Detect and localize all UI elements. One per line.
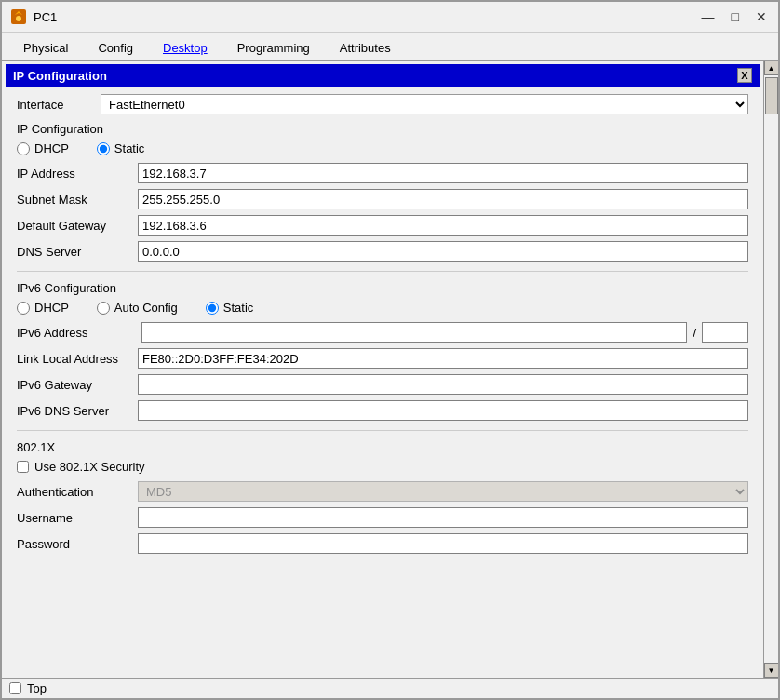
dhcp-label: DHCP (34, 141, 69, 155)
ip-address-input[interactable] (138, 163, 748, 183)
ipv6-gateway-row: IPv6 Gateway (17, 374, 748, 395)
ipv6-dns-row: IPv6 DNS Server (17, 400, 748, 421)
ipv6-static-label: Static (223, 301, 254, 315)
app-icon (9, 7, 28, 26)
svg-point-2 (16, 16, 21, 21)
ip-address-label: IP Address (17, 167, 138, 181)
ipv6-radio-row: DHCP Auto Config Static (17, 301, 748, 315)
ip-config-header: IP Configuration X (6, 64, 760, 87)
ipv6-dhcp-option[interactable]: DHCP (17, 301, 69, 315)
interface-row: Interface FastEthernet0 (17, 94, 748, 114)
interface-label: Interface (17, 98, 91, 112)
use-security-checkbox[interactable] (17, 461, 29, 473)
ip-config-title: IP Configuration (13, 69, 107, 83)
ipv6-section-label: IPv6 Configuration (17, 281, 748, 295)
ipv6-dns-label: IPv6 DNS Server (17, 404, 138, 418)
username-label: Username (17, 511, 138, 525)
ipv6-autoconfig-radio[interactable] (97, 302, 110, 315)
dns-server-label: DNS Server (17, 245, 138, 259)
ipv6-autoconfig-option[interactable]: Auto Config (97, 301, 178, 315)
title-controls: — □ ✕ (698, 9, 771, 24)
username-row: Username (17, 507, 748, 528)
top-label: Top (27, 681, 47, 695)
scroll-up-button[interactable]: ▲ (764, 61, 779, 75)
top-checkbox[interactable] (9, 682, 21, 694)
close-button[interactable]: ✕ (752, 9, 771, 24)
tab-bar: Physical Config Desktop Programming Attr… (2, 33, 778, 61)
ipv4-section-label: IP Configuration (17, 122, 748, 136)
bottom-bar: Top (2, 678, 778, 698)
tab-attributes[interactable]: Attributes (326, 36, 405, 60)
dns-server-row: DNS Server (17, 241, 748, 262)
tab-programming[interactable]: Programming (223, 36, 324, 60)
authentication-row: Authentication MD5 (17, 481, 748, 502)
ipv6-autoconfig-label: Auto Config (114, 301, 178, 315)
main-window: PC1 — □ ✕ Physical Config Desktop Progra… (0, 0, 780, 700)
dns-server-input[interactable] (138, 241, 748, 262)
default-gateway-label: Default Gateway (17, 219, 138, 233)
link-local-label: Link Local Address (17, 352, 138, 366)
ipv6-dns-input[interactable] (138, 400, 748, 421)
dhcp-radio-option[interactable]: DHCP (17, 141, 69, 155)
window-title: PC1 (34, 10, 57, 24)
username-input[interactable] (138, 507, 748, 528)
subnet-mask-input[interactable] (138, 189, 748, 209)
link-local-row: Link Local Address (17, 348, 748, 369)
dhcp-radio[interactable] (17, 142, 30, 155)
link-local-input[interactable] (138, 348, 748, 369)
ipv6-slash: / (691, 326, 698, 340)
ipv4-radio-row: DHCP Static (17, 141, 748, 155)
use-security-row: Use 802.1X Security (17, 460, 748, 474)
maximize-button[interactable]: □ (728, 9, 743, 24)
8021x-section-label: 802.1X (17, 440, 748, 454)
ip-address-row: IP Address (17, 163, 748, 183)
static-radio-option[interactable]: Static (97, 141, 145, 155)
scrollbar[interactable]: ▲ ▼ (763, 61, 778, 678)
interface-select[interactable]: FastEthernet0 (101, 94, 748, 114)
tab-physical[interactable]: Physical (9, 36, 82, 60)
authentication-select[interactable]: MD5 (138, 481, 748, 502)
ipv6-static-option[interactable]: Static (206, 301, 254, 315)
main-panel: IP Configuration X Interface FastEtherne… (2, 61, 763, 678)
divider-8021x (17, 430, 748, 431)
form-body: Interface FastEthernet0 IP Configuration… (6, 87, 760, 567)
scroll-thumb[interactable] (765, 77, 778, 114)
subnet-mask-label: Subnet Mask (17, 193, 138, 207)
ipv6-address-label: IPv6 Address (17, 326, 138, 340)
ipv6-gateway-input[interactable] (138, 374, 748, 395)
ipv6-prefix-input[interactable] (702, 322, 748, 343)
ipv6-address-row: IPv6 Address / (17, 322, 748, 343)
title-bar-left: PC1 (9, 7, 57, 26)
ipv6-static-radio[interactable] (206, 302, 219, 315)
default-gateway-input[interactable] (138, 215, 748, 236)
ipv6-address-input[interactable] (141, 322, 687, 343)
subnet-mask-row: Subnet Mask (17, 189, 748, 209)
tab-config[interactable]: Config (84, 36, 147, 60)
ip-config-close-button[interactable]: X (737, 68, 752, 83)
minimize-button[interactable]: — (698, 9, 719, 24)
default-gateway-row: Default Gateway (17, 215, 748, 236)
use-security-label: Use 802.1X Security (34, 460, 145, 474)
content-area: IP Configuration X Interface FastEtherne… (2, 61, 778, 678)
ipv6-gateway-label: IPv6 Gateway (17, 378, 138, 392)
ipv6-dhcp-label: DHCP (34, 301, 69, 315)
static-label: Static (114, 141, 145, 155)
tab-desktop[interactable]: Desktop (149, 36, 222, 60)
ipv6-dhcp-radio[interactable] (17, 302, 30, 315)
ip-config-panel: IP Configuration X Interface FastEtherne… (6, 64, 760, 567)
scroll-down-button[interactable]: ▼ (764, 663, 779, 678)
authentication-label: Authentication (17, 485, 138, 499)
password-label: Password (17, 537, 138, 551)
title-bar: PC1 — □ ✕ (2, 2, 778, 33)
divider-ipv6 (17, 271, 748, 272)
password-input[interactable] (138, 533, 748, 554)
static-radio[interactable] (97, 142, 110, 155)
password-row: Password (17, 533, 748, 554)
